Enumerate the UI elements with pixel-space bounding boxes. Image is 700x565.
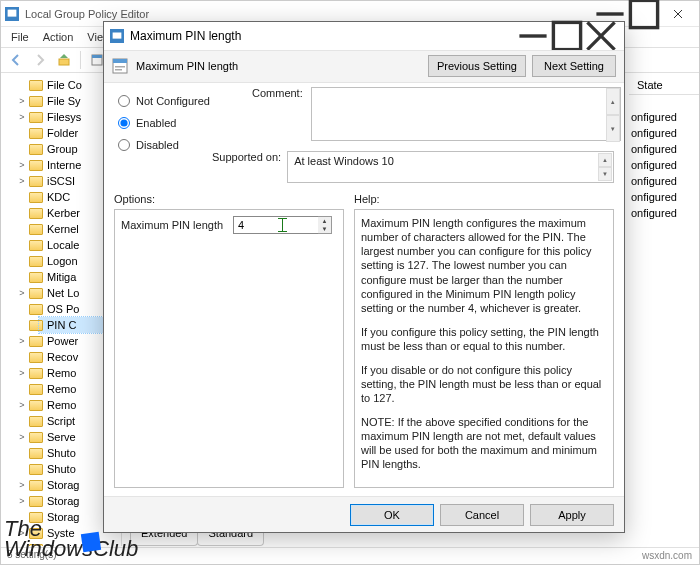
tree-item-label: File Co: [47, 79, 82, 91]
tree-item-label: iSCSI: [47, 175, 75, 187]
state-cell: onfigured: [631, 111, 693, 127]
tree-item-label: Remo: [47, 367, 76, 379]
folder-icon: [29, 272, 43, 283]
radio-disabled-label: Disabled: [136, 139, 179, 151]
dialog-close-button[interactable]: [584, 25, 618, 47]
tree-item-label: Folder: [47, 127, 78, 139]
column-header-state[interactable]: State: [629, 75, 699, 95]
tree-item-label: File Sy: [47, 95, 81, 107]
svg-rect-13: [553, 22, 580, 49]
folder-icon: [29, 208, 43, 219]
tree-item-label: Kerber: [47, 207, 80, 219]
expand-icon[interactable]: >: [17, 400, 27, 410]
main-maximize-button[interactable]: [627, 3, 661, 25]
folder-icon: [29, 240, 43, 251]
menu-action[interactable]: Action: [37, 30, 80, 44]
folder-icon: [29, 432, 43, 443]
tree-item-label: Mitiga: [47, 271, 76, 283]
supported-label: Supported on:: [212, 151, 281, 163]
help-paragraph: If you disable or do not configure this …: [361, 363, 607, 405]
svg-rect-17: [113, 59, 127, 63]
expand-icon[interactable]: >: [17, 432, 27, 442]
tree-item-label: Power: [47, 335, 78, 347]
state-cell: onfigured: [631, 159, 693, 175]
supported-scroll[interactable]: ▲▼: [598, 153, 612, 181]
tree-item-label: Group: [47, 143, 78, 155]
radio-enabled-label: Enabled: [136, 117, 176, 129]
expand-icon[interactable]: >: [17, 96, 27, 106]
spin-down-icon[interactable]: ▼: [318, 225, 331, 233]
tree-item-label: Net Lo: [47, 287, 79, 299]
expand-icon[interactable]: >: [17, 368, 27, 378]
previous-setting-button[interactable]: Previous Setting: [428, 55, 526, 77]
dialog-titlebar: Maximum PIN length: [104, 22, 624, 50]
folder-icon: [29, 96, 43, 107]
supported-value-box: At least Windows 10 ▲▼: [287, 151, 614, 183]
tree-item-label: Interne: [47, 159, 81, 171]
main-close-button[interactable]: [661, 3, 695, 25]
radio-disabled[interactable]: Disabled: [118, 139, 210, 151]
comment-textarea[interactable]: [311, 87, 621, 141]
dialog-minimize-button[interactable]: [516, 25, 550, 47]
folder-icon: [29, 304, 43, 315]
state-cell: onfigured: [631, 191, 693, 207]
dialog-maximize-button[interactable]: [550, 25, 584, 47]
apply-button[interactable]: Apply: [530, 504, 614, 526]
policy-dialog: Maximum PIN length Maximum PIN length Pr…: [103, 21, 625, 533]
comment-row: Comment: ▲▼: [252, 87, 614, 143]
dialog-footer: OK Cancel Apply: [104, 496, 624, 532]
option-name: Maximum PIN length: [121, 219, 223, 231]
folder-icon: [29, 496, 43, 507]
pin-length-spinner[interactable]: ▲▼: [318, 216, 332, 234]
expand-icon[interactable]: >: [17, 176, 27, 186]
watermark: The WindowsClub: [0, 519, 142, 559]
main-title: Local Group Policy Editor: [25, 8, 149, 20]
app-icon: [5, 7, 19, 21]
radio-not-configured-label: Not Configured: [136, 95, 210, 107]
spin-up-icon[interactable]: ▲: [318, 217, 331, 225]
folder-icon: [29, 112, 43, 123]
folder-icon: [29, 144, 43, 155]
tree-item-label: Serve: [47, 431, 76, 443]
back-icon[interactable]: [5, 49, 27, 71]
tree-item-label: Remo: [47, 399, 76, 411]
tree-item-label: Locale: [47, 239, 79, 251]
menu-file[interactable]: File: [5, 30, 35, 44]
watermark-square-icon: [81, 532, 101, 552]
expand-icon[interactable]: >: [17, 496, 27, 506]
supported-row: Supported on: At least Windows 10 ▲▼: [212, 151, 614, 183]
cancel-button[interactable]: Cancel: [440, 504, 524, 526]
ok-button[interactable]: OK: [350, 504, 434, 526]
policy-icon: [112, 58, 128, 74]
expand-icon[interactable]: >: [17, 336, 27, 346]
expand-icon[interactable]: >: [17, 288, 27, 298]
folder-icon: [29, 256, 43, 267]
tree-item-label: PIN C: [47, 319, 76, 331]
next-setting-button[interactable]: Next Setting: [532, 55, 616, 77]
up-icon[interactable]: [53, 49, 75, 71]
expand-icon[interactable]: >: [17, 480, 27, 490]
dialog-header-row: Maximum PIN length Previous Setting Next…: [104, 50, 624, 84]
radio-enabled[interactable]: Enabled: [118, 117, 210, 129]
state-cell: onfigured: [631, 207, 693, 223]
state-cell: onfigured: [631, 175, 693, 191]
folder-icon: [29, 192, 43, 203]
expand-icon[interactable]: >: [17, 160, 27, 170]
pin-length-input[interactable]: [233, 216, 319, 234]
tree-item-label: Remo: [47, 383, 76, 395]
tree-item-label: Shuto: [47, 463, 76, 475]
comment-scroll[interactable]: ▲▼: [606, 88, 620, 142]
options-box: Maximum PIN length ▲▼: [114, 209, 344, 488]
tree-item-label: Kernel: [47, 223, 79, 235]
help-paragraph: If you configure this policy setting, th…: [361, 325, 607, 353]
folder-icon: [29, 416, 43, 427]
expand-icon[interactable]: >: [17, 112, 27, 122]
forward-icon[interactable]: [29, 49, 51, 71]
help-box: Maximum PIN length configures the maximu…: [354, 209, 614, 488]
help-paragraph: NOTE: If the above specified conditions …: [361, 415, 607, 471]
svg-rect-8: [92, 55, 102, 58]
radio-not-configured[interactable]: Not Configured: [118, 95, 210, 107]
tree-item-label: Recov: [47, 351, 78, 363]
svg-rect-19: [115, 69, 122, 71]
svg-rect-11: [113, 32, 122, 38]
